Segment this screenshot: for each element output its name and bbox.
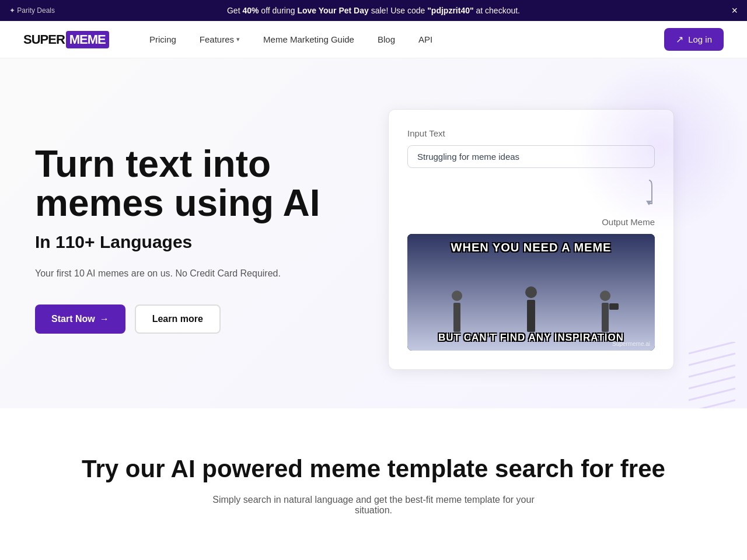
nav-link-pricing[interactable]: Pricing: [140, 30, 186, 49]
promo-banner: ✦ Parity Deals Get 40% off during Love Y…: [0, 0, 747, 21]
logo-meme: MEME: [66, 31, 109, 48]
svg-line-0: [689, 342, 735, 354]
hero-content: Turn text into memes using AI In 110+ La…: [35, 145, 350, 334]
banner-suffix: at checkout.: [474, 6, 520, 15]
input-label: Input Text: [407, 128, 655, 138]
bottom-description: Simply search in natural language and ge…: [198, 495, 549, 516]
meme-figures: [414, 254, 648, 332]
login-button[interactable]: ↗ Log in: [664, 28, 724, 51]
demo-input: Struggling for meme ideas: [407, 145, 655, 168]
start-now-button[interactable]: Start Now →: [35, 304, 125, 334]
nav-link-meme-guide[interactable]: Meme Marketing Guide: [254, 30, 364, 49]
parity-deals-logo: ✦ Parity Deals: [9, 6, 55, 15]
navbar: SUPER MEME Pricing Features ▾ Meme Marke…: [0, 21, 747, 58]
close-banner-button[interactable]: ×: [731, 5, 738, 17]
bottom-title: Try our AI powered meme template search …: [23, 455, 724, 483]
bottom-section: Try our AI powered meme template search …: [0, 408, 747, 539]
banner-discount: 40%: [242, 6, 259, 15]
banner-code: "pdjpzrit40": [427, 6, 473, 15]
svg-line-5: [689, 400, 735, 408]
hero-subtitle: In 110+ Languages: [35, 232, 350, 252]
arrow-right-icon: →: [100, 314, 109, 324]
nav-links: Pricing Features ▾ Meme Marketing Guide …: [140, 30, 664, 49]
logo-super: SUPER: [23, 32, 65, 47]
arrow-curve-icon: [631, 177, 655, 212]
chevron-down-icon: ▾: [236, 36, 240, 43]
svg-line-1: [689, 354, 735, 365]
svg-line-2: [689, 365, 735, 377]
demo-meme-image: WHEN YOU NEED A MEME: [407, 234, 655, 351]
hero-description: Your first 10 AI memes are on us. No Cre…: [35, 266, 350, 281]
svg-line-4: [689, 388, 735, 400]
meme-watermark: Supermeme.ai: [612, 341, 650, 347]
logo-link[interactable]: SUPER MEME: [23, 28, 105, 51]
output-label: Output Meme: [407, 217, 655, 227]
svg-line-3: [689, 377, 735, 388]
hero-section: Turn text into memes using AI In 110+ La…: [0, 58, 747, 408]
demo-card: Input Text Struggling for meme ideas Out…: [388, 109, 674, 370]
learn-more-button[interactable]: Learn more: [135, 304, 221, 334]
decorative-lines: [689, 342, 735, 408]
banner-text: Get 40% off during Love Your Pet Day sal…: [23, 6, 724, 15]
hero-buttons: Start Now → Learn more: [35, 304, 350, 334]
banner-event: Love Your Pet Day: [297, 6, 368, 15]
nav-link-blog[interactable]: Blog: [368, 30, 404, 49]
meme-top-text: WHEN YOU NEED A MEME: [414, 241, 648, 254]
banner-mid2: sale! Use code: [369, 6, 427, 15]
cursor-icon: ↗: [676, 34, 683, 45]
svg-marker-6: [646, 201, 652, 205]
hero-title: Turn text into memes using AI: [35, 145, 350, 223]
hero-demo: Input Text Struggling for meme ideas Out…: [350, 109, 712, 370]
logo: SUPER MEME: [23, 28, 105, 51]
nav-link-features[interactable]: Features ▾: [190, 30, 249, 49]
meme-background: WHEN YOU NEED A MEME: [407, 234, 655, 351]
banner-mid1: off during: [259, 6, 297, 15]
banner-prefix: Get: [227, 6, 242, 15]
nav-link-api[interactable]: API: [409, 30, 442, 49]
